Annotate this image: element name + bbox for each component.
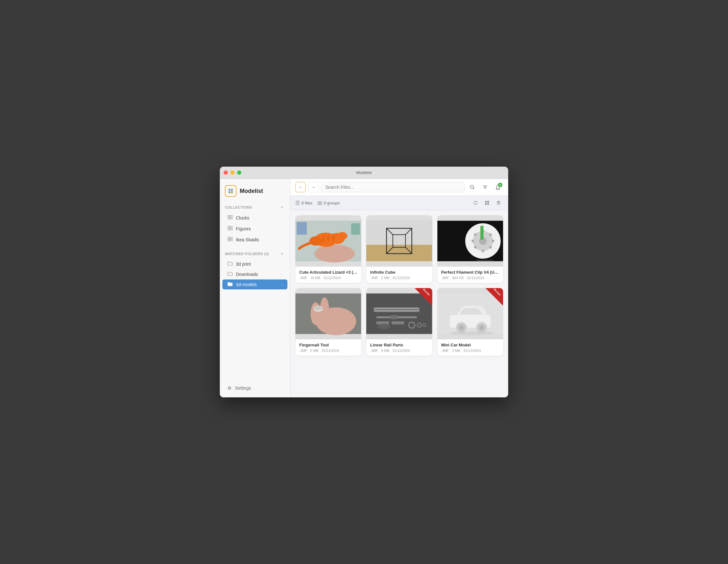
svg-rect-25 [485,203,487,205]
forward-button[interactable]: → [308,182,319,192]
svg-rect-22 [320,203,322,205]
svg-point-33 [309,236,322,245]
file-card-name: Cute Articulated Lizard <3 (3h ... [299,270,357,275]
sidebar: Modelist COLLECTIONS + Cloc [220,179,290,397]
file-card-meta: .3MF 8 MB 31/12/2024 [370,349,428,353]
svg-rect-13 [228,237,230,239]
refresh-button[interactable] [471,198,480,207]
svg-rect-81 [392,321,404,324]
svg-rect-7 [230,215,232,217]
file-card-car[interactable]: Review [437,288,503,356]
sidebar-item-3d-models[interactable]: 3d-models › [222,279,287,289]
file-card-info: Linear Rail Parts .3MF 8 MB 31/12/2024 [366,339,432,356]
collections-header: COLLECTIONS + [220,202,290,212]
file-card-meta: .3MF 16 MB 31/12/2024 [299,276,357,280]
svg-point-36 [322,236,325,242]
folder-icon [227,271,233,277]
svg-rect-42 [366,244,432,261]
settings-item[interactable]: ⚙ Settings [222,383,287,393]
notification-badge: 1 [498,183,502,187]
svg-rect-19 [318,202,319,203]
watched-folders-header: WATCHED FOLDERS (3) + [220,248,290,259]
svg-rect-14 [228,239,230,241]
sidebar-item-3d-print[interactable]: 3d print › [222,259,287,269]
file-card-info: Infinite Cube .3MF 2 MB 31/12/2024 [366,267,432,283]
file-card-info: Cute Articulated Lizard <3 (3h ... .3MF … [295,267,361,283]
search-button[interactable] [467,182,477,192]
file-card-lizard[interactable]: Cute Articulated Lizard <3 (3h ... .3MF … [295,215,361,283]
watched-folders-label: WATCHED FOLDERS (3) [225,252,269,256]
svg-rect-10 [228,228,230,230]
svg-point-31 [314,245,355,262]
file-card-info: Fingernail Tool .3MF 5 MB 31/12/2024 [295,339,361,356]
svg-rect-80 [376,321,389,324]
chevron-right-icon: › [281,283,282,286]
sidebar-item-downloads[interactable]: Downloads › [222,269,287,279]
file-card-parts[interactable]: Review [366,288,432,356]
svg-rect-15 [230,237,232,239]
svg-rect-44 [366,221,432,245]
svg-point-62 [474,233,476,236]
svg-rect-40 [351,223,360,235]
app-logo: Modelist [220,179,290,202]
main-window: Modelist Modelist COLLECTIONS + [220,167,508,397]
svg-rect-20 [320,202,322,203]
notification-button[interactable]: 1 [493,182,503,192]
logo-text: Modelist [240,188,263,195]
svg-rect-79 [390,315,398,319]
filter-button[interactable] [480,182,490,192]
collections-label: COLLECTIONS [225,205,252,209]
file-card-meta: .3MF 3 MB 31/12/2024 [441,349,499,353]
files-grid-area: Cute Articulated Lizard <3 (3h ... .3MF … [290,210,508,397]
search-input[interactable] [321,182,465,192]
toolbar: ← → [290,179,508,196]
sidebar-item-figures[interactable]: Figures [222,223,287,234]
add-watched-folder-button[interactable]: + [279,251,285,257]
svg-point-4 [231,191,233,193]
svg-point-71 [314,306,322,310]
svg-point-38 [332,234,335,241]
window-title: Modelist [356,170,372,175]
close-button[interactable] [224,170,228,175]
file-card-name: Mini Car Model [441,343,499,347]
folder-icon [227,261,233,267]
file-card-meta: .3MF 5 MB 31/12/2024 [299,349,357,353]
svg-rect-5 [228,215,230,217]
sidebar-item-ikea-skadis[interactable]: Ikea Skadis [222,234,287,245]
svg-rect-21 [318,203,319,205]
file-card-meta: .3MF 904 KB 31/12/2024 [441,276,499,280]
file-card-clip[interactable]: Temperature Resistance Perfect Filament … [437,215,503,283]
maximize-button[interactable] [237,170,241,175]
add-collection-button[interactable]: + [279,204,285,210]
svg-rect-6 [228,218,230,219]
sidebar-item-label: 3d-models [236,282,257,287]
file-card-info: Perfect Filament Clip V4 (Univ... .3MF 9… [437,267,503,283]
sidebar-item-clocks[interactable]: Clocks [222,212,287,223]
file-card-cube[interactable]: Infinite Cube .3MF 2 MB 31/12/2024 [366,215,432,283]
svg-point-57 [492,240,494,242]
file-card-thumbnail: Temperature Resistance [437,215,503,267]
back-button[interactable]: ← [295,182,306,192]
svg-rect-3 [229,191,230,193]
groups-count: 0 groups [318,201,340,205]
minimize-button[interactable] [230,170,235,175]
logo-icon [225,185,236,197]
chevron-right-icon: › [281,272,282,276]
files-count-label: 6 files [302,201,312,205]
svg-rect-83 [384,324,386,329]
svg-text:Temperature Resistance: Temperature Resistance [476,260,493,261]
svg-rect-2 [231,189,233,191]
file-card-tool[interactable]: Fingernail Tool .3MF 5 MB 31/12/2024 [295,288,361,356]
content-area: ← → [290,179,508,397]
file-card-name: Infinite Cube [370,270,428,275]
grid-view-button[interactable] [483,198,492,207]
svg-point-56 [489,233,492,236]
sidebar-item-label: Figures [236,226,251,231]
svg-rect-26 [487,203,489,205]
settings-label: Settings [235,386,251,391]
svg-rect-63 [480,226,483,240]
delete-button[interactable] [494,198,503,207]
svg-rect-0 [228,188,234,194]
settings-icon: ⚙ [227,386,232,391]
svg-rect-27 [497,202,500,204]
